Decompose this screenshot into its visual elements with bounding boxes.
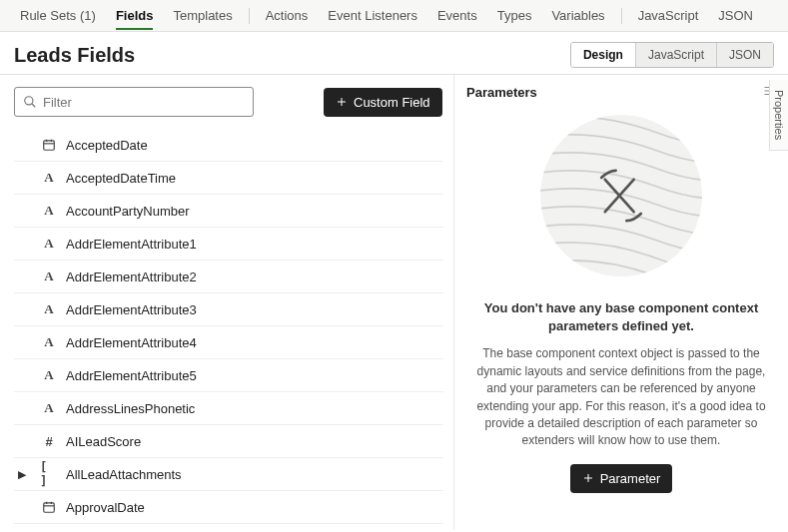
field-row[interactable]: AAccountPartyNumber xyxy=(14,195,443,228)
text-icon: A xyxy=(40,170,58,186)
tab-event-listeners[interactable]: Event Listeners xyxy=(318,2,427,29)
tab-variables[interactable]: Variables xyxy=(541,2,614,29)
field-list: AcceptedDateAAcceptedDateTimeAAccountPar… xyxy=(14,129,443,524)
field-label: AILeadScore xyxy=(66,434,141,449)
svg-line-1 xyxy=(32,104,36,108)
field-label: AddressLinesPhonetic xyxy=(66,401,195,416)
field-label: ApprovalDate xyxy=(66,500,145,515)
field-label: AddrElementAttribute1 xyxy=(66,237,197,252)
tab-templates[interactable]: Templates xyxy=(163,2,242,29)
svg-point-0 xyxy=(25,97,33,105)
field-row[interactable]: AAddrElementAttribute5 xyxy=(14,359,443,392)
tab-javascript[interactable]: JavaScript xyxy=(628,2,709,29)
field-label: AddrElementAttribute5 xyxy=(66,368,197,383)
field-row[interactable]: ApprovalDate xyxy=(14,491,443,524)
field-label: AcceptedDate xyxy=(66,138,148,153)
tab-divider xyxy=(621,8,622,24)
tab-json[interactable]: JSON xyxy=(708,2,763,29)
plus-icon xyxy=(336,96,348,108)
calendar-icon xyxy=(40,500,58,514)
empty-state-heading: You don't have any base component contex… xyxy=(466,299,776,335)
field-row[interactable]: AAcceptedDateTime xyxy=(14,162,443,195)
field-label: AccountPartyNumber xyxy=(66,204,190,219)
parameters-title: Parameters xyxy=(466,85,537,100)
properties-side-tab[interactable]: Properties xyxy=(769,80,788,151)
field-row[interactable]: AAddrElementAttribute3 xyxy=(14,293,443,326)
filter-row: Custom Field xyxy=(14,87,443,117)
array-icon: [ ] xyxy=(40,460,58,488)
fields-pane: Custom Field AcceptedDateAAcceptedDateTi… xyxy=(0,75,454,530)
add-custom-field-label: Custom Field xyxy=(354,95,430,110)
field-label: AddrElementAttribute4 xyxy=(66,335,197,350)
view-toggle: Design JavaScript JSON xyxy=(570,42,774,68)
add-parameter-label: Parameter xyxy=(600,471,661,486)
field-row[interactable]: AcceptedDate xyxy=(14,129,443,162)
empty-state-body: The base component context object is pas… xyxy=(466,345,776,449)
tab-rule-sets[interactable]: Rule Sets (1) xyxy=(10,2,106,29)
main-content: Custom Field AcceptedDateAAcceptedDateTi… xyxy=(0,74,788,530)
search-icon xyxy=(23,95,37,109)
field-label: AcceptedDateTime xyxy=(66,171,176,186)
text-icon: A xyxy=(40,268,58,284)
tab-fields[interactable]: Fields xyxy=(106,2,164,29)
filter-input[interactable] xyxy=(43,95,245,110)
empty-state-illustration xyxy=(466,106,776,285)
tab-events[interactable]: Events xyxy=(427,2,487,29)
tab-types[interactable]: Types xyxy=(487,2,542,29)
field-row[interactable]: AAddrElementAttribute1 xyxy=(14,228,443,261)
parameters-header: Parameters xyxy=(466,85,776,100)
view-toggle-json[interactable]: JSON xyxy=(716,43,773,67)
field-row[interactable]: AAddrElementAttribute4 xyxy=(14,326,443,359)
view-toggle-design[interactable]: Design xyxy=(571,43,635,67)
view-toggle-javascript[interactable]: JavaScript xyxy=(635,43,716,67)
text-icon: A xyxy=(40,367,58,383)
top-tabs: Rule Sets (1) Fields Templates Actions E… xyxy=(0,0,788,32)
number-icon: # xyxy=(40,434,58,449)
field-row[interactable]: ▶[ ]AllLeadAttachments xyxy=(14,458,443,491)
field-label: AddrElementAttribute3 xyxy=(66,302,197,317)
field-row[interactable]: AAddrElementAttribute2 xyxy=(14,261,443,293)
text-icon: A xyxy=(40,301,58,317)
field-row[interactable]: AAddressLinesPhonetic xyxy=(14,392,443,425)
field-label: AddrElementAttribute2 xyxy=(66,269,197,284)
plus-icon xyxy=(582,472,594,484)
filter-input-wrap[interactable] xyxy=(14,87,254,117)
svg-rect-4 xyxy=(44,141,55,150)
text-icon: A xyxy=(40,203,58,219)
page-title: Leads Fields xyxy=(14,44,135,67)
calendar-icon xyxy=(40,138,58,152)
parameters-pane: Parameters xyxy=(454,75,788,530)
field-row[interactable]: #AILeadScore xyxy=(14,425,443,458)
header-row: Leads Fields Design JavaScript JSON xyxy=(0,32,788,74)
add-parameter-button[interactable]: Parameter xyxy=(570,464,673,493)
tab-divider xyxy=(249,8,250,24)
expand-chevron-icon[interactable]: ▶ xyxy=(18,468,26,481)
add-custom-field-button[interactable]: Custom Field xyxy=(324,88,442,117)
field-label: AllLeadAttachments xyxy=(66,467,182,482)
tab-actions[interactable]: Actions xyxy=(256,2,319,29)
text-icon: A xyxy=(40,400,58,416)
text-icon: A xyxy=(40,334,58,350)
svg-rect-8 xyxy=(44,503,55,512)
text-icon: A xyxy=(40,236,58,252)
